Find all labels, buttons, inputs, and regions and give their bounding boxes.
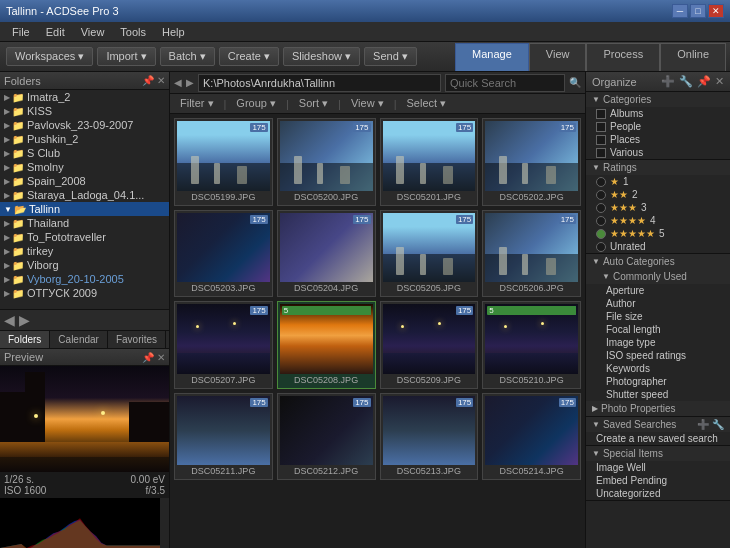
saved-searches-add-icon[interactable]: ➕	[697, 419, 709, 430]
thumbnail-item[interactable]: 175 DSC05206.JPG	[482, 210, 581, 298]
folder-item[interactable]: ▶ 📁 Viborg	[0, 258, 169, 272]
filter-button[interactable]: Filter ▾	[174, 96, 220, 111]
organize-close-icon[interactable]: ✕	[715, 75, 724, 88]
category-albums[interactable]: Albums	[586, 107, 730, 120]
rating-2[interactable]: ★★ 2	[586, 188, 730, 201]
rating-5-radio[interactable]	[596, 229, 606, 239]
thumbnail-item[interactable]: 175 5 DSC05208.JPG	[277, 301, 376, 389]
view-button[interactable]: View ▾	[345, 96, 390, 111]
albums-checkbox[interactable]	[596, 109, 606, 119]
photo-properties-header[interactable]: ▶ Photo Properties	[586, 401, 730, 416]
ratings-header[interactable]: ▼ Ratings	[586, 160, 730, 175]
auto-cat-focal-length[interactable]: Focal length	[586, 323, 730, 336]
search-icon[interactable]: 🔍	[569, 77, 581, 88]
rating-2-radio[interactable]	[596, 190, 606, 200]
thumbnail-item[interactable]: 175 DSC05207.JPG	[174, 301, 273, 389]
workspaces-button[interactable]: Workspaces ▾	[6, 47, 93, 66]
auto-cat-imagetype[interactable]: Image type	[586, 336, 730, 349]
rating-4-radio[interactable]	[596, 216, 606, 226]
minimize-button[interactable]: ─	[672, 4, 688, 18]
organize-add-icon[interactable]: ➕	[661, 75, 675, 88]
organize-pin-icon[interactable]: 📌	[697, 75, 711, 88]
import-button[interactable]: Import ▾	[97, 47, 155, 66]
create-saved-search[interactable]: Create a new saved search	[586, 432, 730, 445]
thumbnail-item[interactable]: 175 DSC05209.JPG	[380, 301, 479, 389]
auto-cat-author[interactable]: Author	[586, 297, 730, 310]
folder-item[interactable]: ▶ 📁 Staraya_Ladoga_04.1...	[0, 188, 169, 202]
special-image-well[interactable]: Image Well	[586, 461, 730, 474]
rating-1[interactable]: ★ 1	[586, 175, 730, 188]
folder-tree[interactable]: ▶ 📁 Imatra_2 ▶ 📁 KISS ▶ 📁 Pavlovsk_23-09…	[0, 90, 169, 309]
folder-item[interactable]: ▶ 📁 Pushkin_2	[0, 132, 169, 146]
folder-item[interactable]: ▶ 📁 KISS	[0, 104, 169, 118]
tab-manage[interactable]: Manage	[455, 43, 529, 71]
tab-folders[interactable]: Folders	[0, 331, 50, 348]
menu-file[interactable]: File	[4, 24, 38, 40]
select-button[interactable]: Select ▾	[401, 96, 453, 111]
menu-help[interactable]: Help	[154, 24, 193, 40]
folder-item-vyborg[interactable]: ▶ 📁 Vyborg_20-10-2005	[0, 272, 169, 286]
places-checkbox[interactable]	[596, 135, 606, 145]
saved-searches-header[interactable]: ▼ Saved Searches ➕ 🔧	[586, 417, 730, 432]
categories-header[interactable]: ▼ Categories	[586, 92, 730, 107]
tab-view[interactable]: View	[529, 43, 587, 71]
thumbnail-item[interactable]: 175 5 DSC05210.JPG	[482, 301, 581, 389]
rating-4[interactable]: ★★★★ 4	[586, 214, 730, 227]
rating-1-radio[interactable]	[596, 177, 606, 187]
auto-cat-aperture[interactable]: Aperture	[586, 284, 730, 297]
preview-pin-icon[interactable]: 📌	[142, 352, 154, 363]
thumbnail-item[interactable]: 175 DSC05214.JPG	[482, 393, 581, 481]
preview-close-icon[interactable]: ✕	[157, 352, 165, 363]
menu-tools[interactable]: Tools	[112, 24, 154, 40]
folder-item[interactable]: ▶ 📁 ОТГУСК 2009	[0, 286, 169, 300]
auto-cat-iso[interactable]: ISO speed ratings	[586, 349, 730, 362]
slideshow-button[interactable]: Slideshow ▾	[283, 47, 360, 66]
tab-process[interactable]: Process	[586, 43, 660, 71]
thumbnail-item[interactable]: 175 DSC05213.JPG	[380, 393, 479, 481]
thumbnail-item[interactable]: 175 DSC05199.JPG	[174, 118, 273, 206]
auto-categories-header[interactable]: ▼ Auto Categories	[586, 254, 730, 269]
special-embed-pending[interactable]: Embed Pending	[586, 474, 730, 487]
auto-cat-filesize[interactable]: File size	[586, 310, 730, 323]
menu-edit[interactable]: Edit	[38, 24, 73, 40]
tab-online[interactable]: Online	[660, 43, 726, 71]
thumbnail-item[interactable]: 175 DSC05212.JPG	[277, 393, 376, 481]
batch-button[interactable]: Batch ▾	[160, 47, 215, 66]
thumbnail-item[interactable]: 175 DSC05202.JPG	[482, 118, 581, 206]
folder-item-tallinn[interactable]: ▼ 📂 Tallinn	[0, 202, 169, 216]
special-items-header[interactable]: ▼ Special Items	[586, 446, 730, 461]
category-places[interactable]: Places	[586, 133, 730, 146]
restore-button[interactable]: □	[690, 4, 706, 18]
send-button[interactable]: Send ▾	[364, 47, 417, 66]
category-various[interactable]: Various	[586, 146, 730, 159]
group-button[interactable]: Group ▾	[230, 96, 282, 111]
close-button[interactable]: ✕	[708, 4, 724, 18]
folder-item[interactable]: ▶ 📁 Spain_2008	[0, 174, 169, 188]
rating-3[interactable]: ★★★ 3	[586, 201, 730, 214]
rating-unrated[interactable]: Unrated	[586, 240, 730, 253]
rating-5[interactable]: ★★★★★ 5	[586, 227, 730, 240]
thumbnail-item[interactable]: 175 DSC05204.JPG	[277, 210, 376, 298]
category-people[interactable]: People	[586, 120, 730, 133]
tab-calendar[interactable]: Calendar	[50, 331, 108, 348]
auto-cat-keywords[interactable]: Keywords	[586, 362, 730, 375]
thumbnail-item[interactable]: 175 DSC05205.JPG	[380, 210, 479, 298]
folder-item[interactable]: ▶ 📁 To_Fototraveller	[0, 230, 169, 244]
folder-item[interactable]: ▶ 📁 Imatra_2	[0, 90, 169, 104]
thumbnail-item[interactable]: 175 DSC05200.JPG	[277, 118, 376, 206]
sort-button[interactable]: Sort ▾	[293, 96, 334, 111]
saved-searches-manage-icon[interactable]: 🔧	[712, 419, 724, 430]
thumbnail-item[interactable]: 175 DSC05211.JPG	[174, 393, 273, 481]
people-checkbox[interactable]	[596, 122, 606, 132]
folder-item[interactable]: ▶ 📁 Smolny	[0, 160, 169, 174]
folders-pin-icon[interactable]: 📌	[142, 75, 154, 86]
rating-3-radio[interactable]	[596, 203, 606, 213]
thumbnail-area[interactable]: 175 DSC05199.JPG 175 DSC05200.JPG 175	[170, 114, 585, 548]
special-uncategorized[interactable]: Uncategorized	[586, 487, 730, 500]
auto-cat-photographer[interactable]: Photographer	[586, 375, 730, 388]
search-input[interactable]	[445, 74, 565, 92]
create-button[interactable]: Create ▾	[219, 47, 279, 66]
folders-close-icon[interactable]: ✕	[157, 75, 165, 86]
auto-cat-shutter[interactable]: Shutter speed	[586, 388, 730, 401]
thumbnail-item[interactable]: 175 DSC05203.JPG	[174, 210, 273, 298]
